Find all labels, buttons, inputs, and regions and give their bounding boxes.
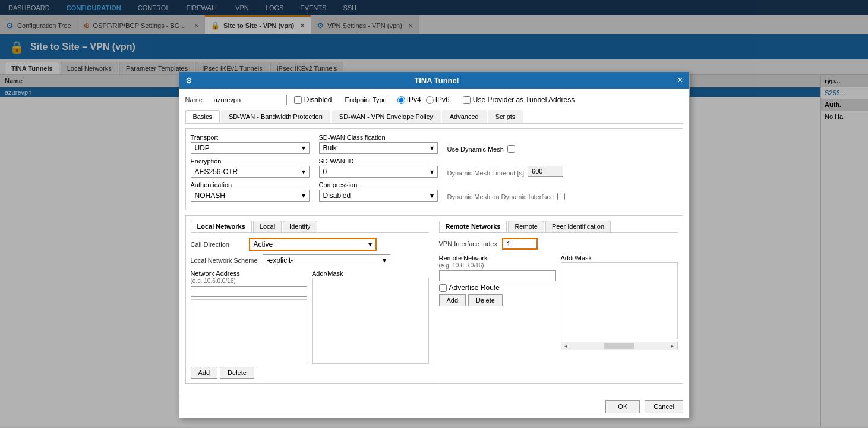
modal-body: Name Disabled Endpoint Type IPv4 IPv6 Us…: [179, 89, 689, 395]
compression-label: Compression: [319, 181, 438, 188]
basics-fields: Transport UDP▾ SD-WAN Classification Bul…: [191, 134, 678, 202]
disabled-label: Disabled: [304, 96, 332, 104]
authentication-select[interactable]: NOHASH▾: [191, 190, 310, 202]
local-delete-button[interactable]: Delete: [220, 367, 254, 379]
local-networks-panel: Local Networks Local Identify Call Direc…: [186, 216, 434, 383]
advertise-route-label: Advertise Route: [449, 284, 500, 292]
remote-addr-mask-label: Addr/Mask: [561, 254, 678, 262]
modal-tab-sdwan-vpn[interactable]: SD-WAN - VPN Envelope Policy: [332, 110, 441, 123]
modal-overlay: ⚙ TINA Tunnel × Name Disabled Endpoint T…: [0, 0, 868, 428]
vpn-interface-index-label: VPN Interface Index: [439, 240, 497, 247]
ipv4-radio[interactable]: [397, 96, 405, 104]
sdwan-class-group: SD-WAN Classification Bulk▾: [319, 134, 438, 154]
name-input[interactable]: [210, 95, 287, 105]
local-network-scheme-label: Local Network Scheme: [191, 257, 258, 264]
transport-label: Transport: [191, 134, 310, 141]
dynamic-mesh-dynamic-checkbox[interactable]: [557, 193, 565, 200]
sdwan-class-label: SD-WAN Classification: [319, 134, 438, 141]
remote-addr-mask-list: [561, 262, 678, 339]
network-address-label: Network Address: [191, 270, 308, 277]
advertise-route-checkbox[interactable]: [439, 284, 447, 292]
modal-close-button[interactable]: ×: [677, 75, 683, 85]
call-direction-select[interactable]: Active▾: [249, 238, 377, 251]
use-provider-label: Use Provider as Tunnel Address: [473, 96, 575, 104]
tina-tunnel-modal: ⚙ TINA Tunnel × Name Disabled Endpoint T…: [179, 71, 690, 418]
remote-addr-mask-col: Addr/Mask ◄ ►: [561, 254, 678, 350]
ok-button[interactable]: OK: [605, 400, 640, 413]
local-network-scheme-row: Local Network Scheme -explicit-▾: [191, 254, 429, 266]
sdwan-class-select[interactable]: Bulk▾: [319, 142, 438, 154]
ipv6-radio[interactable]: [426, 96, 434, 104]
ipv6-radio-label[interactable]: IPv6: [426, 96, 450, 104]
encryption-group: Encryption AES256-CTR▾: [191, 158, 310, 178]
local-addr-mask-list: [312, 278, 429, 364]
local-addr-mask-label: Addr/Mask: [312, 270, 429, 277]
modal-footer: OK Cancel: [179, 395, 689, 418]
local-add-button[interactable]: Add: [191, 367, 218, 379]
remote-networks-panel: Remote Networks Remote Peer Identificati…: [434, 216, 683, 383]
local-network-address-col: Network Address (e.g. 10.6.0.0/16) Add D…: [191, 270, 308, 379]
dynamic-mesh-timeout-group: Dynamic Mesh Timeout [s]: [447, 158, 596, 178]
use-provider-group: Use Provider as Tunnel Address: [463, 96, 575, 104]
sub-tab-remote[interactable]: Remote: [508, 221, 544, 232]
lower-split: Local Networks Local Identify Call Direc…: [185, 215, 683, 384]
modal-title-icon: ⚙: [185, 76, 192, 85]
sub-tab-remote-networks[interactable]: Remote Networks: [439, 221, 507, 232]
use-dynamic-mesh-group: Use Dynamic Mesh: [447, 134, 596, 154]
modal-tab-basics[interactable]: Basics: [185, 110, 220, 123]
name-label: Name: [185, 96, 203, 103]
use-provider-checkbox[interactable]: [463, 96, 471, 104]
sdwan-id-group: SD-WAN-ID 0▾: [319, 158, 438, 178]
sub-tab-local[interactable]: Local: [253, 221, 282, 232]
local-addr-mask-col: Addr/Mask: [312, 270, 429, 379]
remote-addr-section: Remote Network (e.g. 10.6.0.0/16) Advert…: [439, 254, 678, 350]
compression-group: Compression Disabled▾: [319, 181, 438, 202]
remote-delete-button[interactable]: Delete: [468, 294, 503, 306]
local-addr-section: Network Address (e.g. 10.6.0.0/16) Add D…: [191, 270, 429, 379]
disabled-checkbox[interactable]: [294, 96, 302, 104]
dynamic-mesh-timeout-input[interactable]: [528, 166, 563, 177]
remote-network-input[interactable]: [439, 270, 556, 281]
advertise-route-row: Advertise Route: [439, 284, 556, 292]
remote-network-col: Remote Network (e.g. 10.6.0.0/16) Advert…: [439, 254, 556, 350]
ipv4-radio-label[interactable]: IPv4: [397, 96, 421, 104]
vpn-interface-index-input[interactable]: [502, 238, 538, 250]
scroll-left-arrow[interactable]: ◄: [561, 344, 571, 349]
modal-title: TINA Tunnel: [414, 76, 459, 85]
use-dynamic-mesh-checkbox[interactable]: [507, 145, 515, 153]
endpoint-type-radios: IPv4 IPv6: [397, 96, 450, 104]
sdwan-id-select[interactable]: 0▾: [319, 166, 438, 178]
authentication-label: Authentication: [191, 181, 310, 188]
dynamic-mesh-dynamic-group: Dynamic Mesh on Dynamic Interface: [447, 181, 596, 202]
transport-select[interactable]: UDP▾: [191, 142, 310, 154]
authentication-group: Authentication NOHASH▾: [191, 181, 310, 202]
modal-tab-scripts[interactable]: Scripts: [488, 110, 523, 123]
sub-tab-local-networks[interactable]: Local Networks: [191, 221, 252, 232]
encryption-select[interactable]: AES256-CTR▾: [191, 166, 310, 178]
local-network-address-input[interactable]: [191, 286, 308, 297]
modal-tab-advanced[interactable]: Advanced: [442, 110, 487, 123]
sub-tab-peer-identification[interactable]: Peer Identification: [545, 221, 611, 232]
modal-tab-sdwan-bw[interactable]: SD-WAN - Bandwidth Protection: [221, 110, 330, 123]
basics-panel: Transport UDP▾ SD-WAN Classification Bul…: [185, 128, 683, 210]
local-sub-tab-bar: Local Networks Local Identify: [191, 221, 429, 232]
sub-tab-identify[interactable]: Identify: [283, 221, 317, 232]
remote-scrollbar[interactable]: ◄ ►: [561, 342, 678, 350]
sdwan-id-label: SD-WAN-ID: [319, 158, 438, 165]
name-row: Name Disabled Endpoint Type IPv4 IPv6 Us…: [185, 95, 683, 105]
disabled-group: Disabled: [294, 96, 332, 104]
endpoint-type-label: Endpoint Type: [345, 96, 387, 103]
dynamic-mesh-timeout-label: Dynamic Mesh Timeout [s]: [447, 169, 525, 177]
scroll-thumb: [604, 343, 634, 349]
local-btn-row: Add Delete: [191, 367, 308, 379]
call-direction-label: Call Direction: [191, 241, 244, 248]
cancel-button[interactable]: Cancel: [645, 400, 683, 413]
remote-add-button[interactable]: Add: [439, 294, 466, 306]
local-network-scheme-select[interactable]: -explicit-▾: [263, 254, 390, 266]
compression-select[interactable]: Disabled▾: [319, 190, 438, 202]
scroll-right-arrow[interactable]: ►: [668, 344, 677, 349]
local-network-list: [191, 299, 308, 364]
vpn-interface-index-row: VPN Interface Index: [439, 238, 678, 250]
modal-tab-bar: Basics SD-WAN - Bandwidth Protection SD-…: [185, 110, 683, 124]
remote-network-label: Remote Network: [439, 254, 556, 262]
